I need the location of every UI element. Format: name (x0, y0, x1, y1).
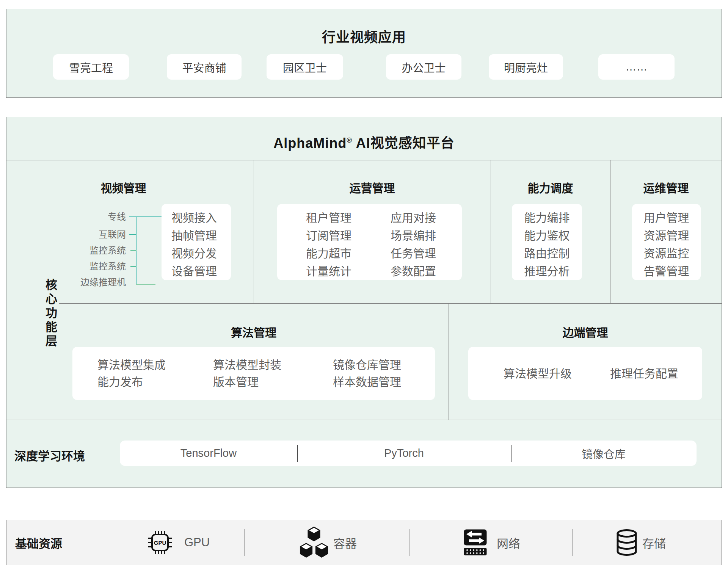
grid-hline-row2 (6, 420, 722, 420)
algo-item: 镜像仓库管理 (333, 359, 401, 371)
infra-storage-group: 存储 (616, 520, 666, 565)
platform-section (6, 117, 722, 488)
sched-card: 能力编排 能力鉴权 路由控制 推理分析 (512, 204, 582, 280)
platform-name: AI视觉感知平台 (356, 135, 455, 151)
video-item: 视频分发 (171, 248, 231, 259)
platform-title: AlphaMind® AI视觉感知平台 (0, 132, 728, 152)
algo-title: 算法管理 (59, 325, 449, 340)
infra-container-group: 容器 (299, 520, 357, 565)
app-chip-pingan: 平安商铺 (167, 54, 242, 80)
grid-vline-sidecol (59, 160, 59, 420)
ops-item: 订阅管理 (306, 230, 351, 241)
dl-framework-tensorflow: TensorFlow (120, 441, 297, 466)
gpu-chip-text: GPU (154, 539, 166, 546)
infra-divider-2 (409, 529, 410, 556)
ops-item: 参数配置 (391, 265, 436, 277)
dl-framework-registry: 镜像仓库 (511, 441, 697, 466)
dl-divider-2 (511, 445, 511, 462)
registered-mark: ® (347, 136, 352, 144)
dl-divider-1 (297, 445, 298, 462)
video-item: 视频接入 (171, 212, 231, 224)
infra-label: 基础资源 (15, 534, 62, 551)
infra-network-group: 网络 (463, 520, 520, 565)
app-chip-more: …… (598, 54, 675, 80)
video-source-monitor1: 监控系统 (57, 245, 126, 257)
infra-resource-label: 存储 (642, 534, 666, 551)
network-switch-icon (463, 529, 487, 556)
connector-line-1 (129, 216, 162, 217)
connector-line-5 (136, 284, 155, 285)
architecture-diagram: 行业视频应用 雪亮工程 平安商铺 园区卫士 办公卫士 明厨亮灶 …… Alpha… (0, 0, 728, 577)
ops-mgmt-card: 租户管理 订阅管理 能力超市 计量统计 应用对接 场景编排 任务管理 参数配置 (277, 204, 462, 280)
ops-item: 任务管理 (391, 248, 436, 259)
ops-item: 场景编排 (391, 230, 436, 241)
grid-hline-row1 (59, 303, 722, 304)
connector-line-4 (130, 266, 136, 267)
infra-gpu-group: GPU GPU (148, 520, 210, 565)
grid-hline-title (6, 160, 722, 160)
infra-resource-label: 网络 (497, 534, 520, 551)
video-source-edge: 边缘推理机 (57, 276, 126, 288)
industry-apps-section: 行业视频应用 (6, 9, 722, 98)
app-chip-yuanqu: 园区卫士 (267, 54, 343, 80)
algo-item: 算法模型封装 (213, 359, 281, 371)
sched-item: 路由控制 (524, 248, 570, 259)
video-source-internet: 互联网 (57, 229, 126, 241)
container-boxes-icon (299, 527, 329, 558)
dl-framework-pytorch: PyTorch (297, 441, 511, 466)
om-item: 资源管理 (644, 230, 689, 241)
platform-brand: AlphaMind (273, 135, 347, 151)
algo-item: 能力发布 (97, 376, 166, 388)
video-item: 设备管理 (171, 265, 231, 277)
connector-line-3 (130, 250, 136, 251)
sched-item: 推理分析 (524, 265, 570, 277)
algo-item: 样本数据管理 (333, 376, 401, 388)
dl-env-label: 深度学习环境 (14, 447, 85, 464)
gpu-chip-icon: GPU (148, 529, 172, 556)
video-item: 抽帧管理 (171, 230, 231, 241)
om-title: 运维管理 (610, 181, 722, 196)
ops-item: 租户管理 (306, 212, 351, 224)
ops-item: 能力超市 (306, 248, 351, 259)
sched-item: 能力编排 (524, 212, 570, 224)
infrastructure-section (6, 520, 722, 565)
video-source-line: 专线 (57, 211, 126, 223)
connector-line-2 (129, 234, 136, 235)
infra-resource-label: GPU (184, 536, 210, 549)
grid-vline-algo-edge (449, 303, 449, 420)
edge-item: 算法模型升级 (504, 368, 572, 379)
edge-card: 算法模型升级 推理任务配置 (468, 347, 702, 400)
om-item: 用户管理 (644, 212, 689, 224)
algo-card: 算法模型集成 能力发布 算法模型封装 版本管理 镜像仓库管理 样本数据管理 (72, 347, 435, 400)
app-chip-bangong: 办公卫士 (386, 54, 461, 80)
infra-title-group: 基础资源 (15, 520, 62, 565)
infra-divider-3 (572, 529, 573, 556)
core-layer-label: 核心功能层 (6, 160, 59, 420)
om-item: 告警管理 (644, 265, 689, 277)
storage-database-icon (616, 529, 638, 556)
infra-resource-label: 容器 (333, 534, 357, 551)
video-mgmt-title: 视频管理 (59, 181, 188, 196)
industry-apps-title: 行业视频应用 (6, 26, 722, 46)
sched-title: 能力调度 (491, 181, 610, 196)
ops-item: 计量统计 (306, 265, 351, 277)
om-card: 用户管理 资源管理 资源监控 告警管理 (632, 204, 701, 280)
infra-divider-1 (244, 529, 245, 556)
algo-item: 算法模型集成 (97, 359, 166, 371)
dl-env-bar: TensorFlow PyTorch 镜像仓库 (120, 441, 697, 466)
app-chip-xueliang: 雪亮工程 (53, 54, 129, 80)
edge-title: 边端管理 (449, 325, 722, 340)
app-chip-mingchu: 明厨亮灶 (489, 54, 563, 80)
edge-item: 推理任务配置 (610, 368, 678, 379)
om-item: 资源监控 (644, 248, 689, 259)
ops-item: 应用对接 (391, 212, 436, 224)
sched-item: 能力鉴权 (524, 230, 570, 241)
video-mgmt-card: 视频接入 抽帧管理 视频分发 设备管理 (162, 204, 231, 280)
algo-item: 版本管理 (213, 376, 281, 388)
ops-mgmt-title: 运营管理 (254, 181, 491, 196)
video-source-monitor2: 监控系统 (57, 260, 126, 273)
